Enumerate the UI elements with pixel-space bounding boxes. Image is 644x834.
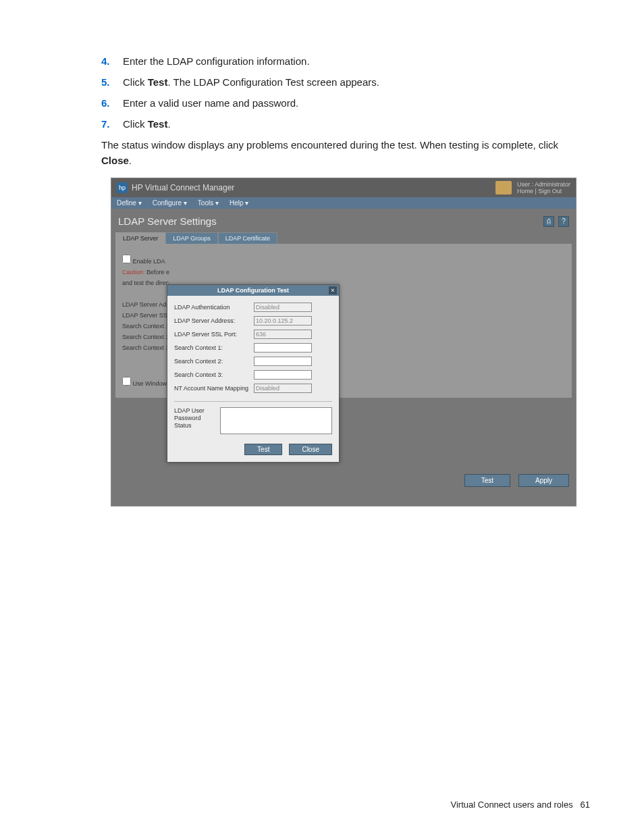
page-title: LDAP Server Settings xyxy=(118,215,217,227)
step-text: Enter the LDAP configuration information… xyxy=(123,54,310,68)
app-title: HP Virtual Connect Manager xyxy=(132,183,234,192)
nt-account-mapping-value xyxy=(254,384,312,393)
step-text: Click Test. xyxy=(123,117,171,131)
paragraph-bold: Close xyxy=(101,155,129,166)
chevron-down-icon: ▾ xyxy=(245,199,248,207)
test-button[interactable]: Test xyxy=(464,474,510,487)
help-icon[interactable]: ? xyxy=(558,216,569,227)
chevron-down-icon: ▾ xyxy=(138,199,142,207)
menu-define[interactable]: Define ▾ xyxy=(117,199,142,207)
menu-configure[interactable]: Configure ▾ xyxy=(153,199,187,207)
header-decoration-icon xyxy=(495,181,512,194)
menu-help[interactable]: Help ▾ xyxy=(230,199,248,207)
tab-ldap-certificate[interactable]: LDAP Certificate xyxy=(218,232,277,244)
content-pane: LDAP Server Settings ⎙ ? LDAP Server LDA… xyxy=(111,209,576,506)
tab-ldap-groups[interactable]: LDAP Groups xyxy=(165,232,217,244)
menu-bar: Define ▾ Configure ▾ Tools ▾ Help ▾ xyxy=(111,197,576,209)
ldap-server-address-value xyxy=(254,316,312,325)
step-number: 7. xyxy=(101,117,123,131)
app-header: hp HP Virtual Connect Manager User : Adm… xyxy=(111,178,576,197)
tab-bar: LDAP Server LDAP Groups LDAP Certificate xyxy=(115,232,572,244)
caution-text: Before e xyxy=(145,269,170,276)
ldap-auth-value xyxy=(254,303,312,312)
apply-button[interactable]: Apply xyxy=(518,474,569,487)
hp-logo-icon: hp xyxy=(117,182,128,193)
step-number: 5. xyxy=(101,75,123,89)
status-label: LDAP User Password Status xyxy=(174,407,215,434)
signout-link[interactable]: Sign Out xyxy=(538,188,562,194)
step-bold: Test xyxy=(148,118,168,130)
enable-ldap-checkbox[interactable] xyxy=(122,255,131,263)
step-number: 4. xyxy=(101,54,123,68)
dialog-test-button[interactable]: Test xyxy=(244,444,282,455)
chevron-down-icon: ▾ xyxy=(184,199,187,207)
body-paragraph: The status window displays any problems … xyxy=(101,138,590,168)
dialog-title: LDAP Configuration Test xyxy=(217,287,289,294)
search-context-3-label: Search Context 3: xyxy=(174,371,250,378)
menu-tools[interactable]: Tools ▾ xyxy=(198,199,219,207)
dialog-close-button[interactable]: Close xyxy=(289,444,332,455)
status-output-box xyxy=(220,407,332,434)
search-context-2-label: Search Context 2: xyxy=(174,358,250,365)
caution-label: Caution: xyxy=(122,269,145,276)
step-prefix: Click xyxy=(123,118,148,130)
enable-ldap-label: Enable LDA xyxy=(133,258,165,265)
tab-ldap-server[interactable]: LDAP Server xyxy=(115,232,165,244)
ldap-ssl-port-label: LDAP Server SSL Port: xyxy=(174,331,250,338)
dialog-title-bar: LDAP Configuration Test × xyxy=(167,285,339,296)
settings-panel: Enable LDA Caution: Before e and test th… xyxy=(115,244,572,398)
footer-section: Virtual Connect users and roles xyxy=(451,800,573,810)
ldap-server-address-label: LDAP Server Address: xyxy=(174,317,250,324)
step-bold: Test xyxy=(148,76,168,88)
step-suffix: . xyxy=(167,118,170,130)
use-window-label: Use Window xyxy=(133,380,167,387)
print-icon[interactable]: ⎙ xyxy=(543,216,554,227)
step-suffix: . The LDAP Configuration Test screen app… xyxy=(167,76,379,88)
paragraph-prefix: The status window displays any problems … xyxy=(101,139,558,151)
search-context-3-input[interactable] xyxy=(254,370,312,380)
ldap-auth-label: LDAP Authentication xyxy=(174,304,250,311)
search-context-1-input[interactable] xyxy=(254,343,312,353)
page-footer: Virtual Connect users and roles 61 xyxy=(451,800,590,810)
chevron-down-icon: ▾ xyxy=(215,199,219,207)
footer-page-number: 61 xyxy=(581,800,590,810)
search-context-2-input[interactable] xyxy=(254,357,312,366)
home-link[interactable]: Home xyxy=(517,188,533,194)
dialog-close-icon[interactable]: × xyxy=(329,286,337,294)
search-context-1-label: Search Context 1: xyxy=(174,344,250,351)
paragraph-suffix: . xyxy=(129,155,132,166)
ldap-ssl-port-value xyxy=(254,330,312,339)
step-prefix: Click xyxy=(123,76,148,88)
user-label: User : Administrator xyxy=(517,181,570,188)
step-number: 6. xyxy=(101,96,123,110)
use-window-checkbox[interactable] xyxy=(122,377,131,386)
step-text: Enter a valid user name and password. xyxy=(123,96,298,110)
embedded-screenshot: hp HP Virtual Connect Manager User : Adm… xyxy=(111,178,576,506)
nt-account-mapping-label: NT Account Name Mapping xyxy=(174,385,250,392)
step-text: Click Test. The LDAP Configuration Test … xyxy=(123,75,379,89)
ldap-config-test-dialog: LDAP Configuration Test × LDAP Authentic… xyxy=(167,284,340,463)
